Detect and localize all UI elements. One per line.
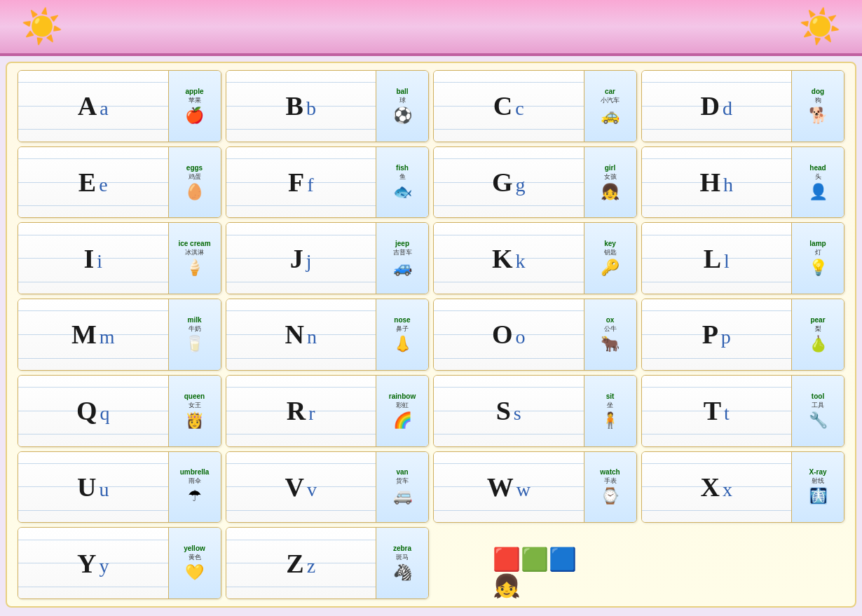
letter-pair: G g [492, 169, 526, 196]
letter-lower-g: g [516, 175, 526, 195]
letter-lower-s: s [514, 404, 521, 423]
word-box-i: ice cream 冰淇淋 🍦 [168, 223, 221, 294]
word-chinese-c: 小汽车 [601, 97, 620, 105]
letter-card-c: C c car 小汽车 🚕 [433, 70, 637, 142]
word-text-c: car [605, 88, 615, 96]
line [226, 235, 376, 235]
word-emoji-v: 🚐 [393, 487, 412, 505]
word-box-d: dog 狗 🐕 [791, 71, 844, 142]
word-text-y: yellow [184, 545, 205, 553]
line [18, 235, 168, 235]
letter-pair: X x [701, 474, 732, 500]
word-text-t: tool [812, 392, 824, 401]
line [18, 205, 168, 206]
letter-upper-z: Z [286, 550, 303, 577]
word-chinese-z: 斑马 [396, 554, 409, 562]
word-text-x: X-ray [809, 468, 826, 477]
word-emoji-n: 👃 [393, 335, 412, 353]
word-text-s: sit [606, 392, 615, 401]
word-box-u: umbrella 雨伞 ☂ [168, 452, 221, 523]
letter-upper-b: B [286, 93, 303, 119]
letter-lower-v: v [307, 480, 317, 500]
word-box-m: milk 牛奶 🥛 [168, 299, 221, 370]
word-chinese-d: 狗 [815, 97, 821, 105]
word-box-e: eggs 鸡蛋 🥚 [168, 147, 221, 218]
letter-lower-w: w [516, 480, 531, 500]
line [642, 358, 792, 359]
word-text-v: van [396, 468, 408, 477]
word-chinese-m: 牛奶 [189, 325, 201, 334]
line [434, 387, 584, 388]
letter-pair: Q q [76, 397, 110, 424]
line [642, 387, 792, 388]
word-chinese-r: 彩虹 [396, 402, 409, 410]
word-text-d: dog [812, 88, 824, 96]
word-emoji-r: 🌈 [393, 411, 412, 430]
word-text-k: key [604, 240, 616, 248]
word-box-h: head 头 👤 [791, 147, 844, 218]
line [434, 463, 584, 464]
word-chinese-x: 射线 [812, 477, 824, 486]
word-chinese-a: 苹果 [189, 97, 201, 105]
letter-lower-p: p [721, 327, 731, 347]
letter-upper-v: V [285, 474, 304, 500]
word-emoji-p: 🍐 [809, 335, 828, 353]
word-chinese-v: 货车 [396, 477, 409, 486]
line [642, 463, 792, 464]
letter-lower-t: t [724, 404, 730, 423]
word-chinese-n: 鼻子 [396, 325, 409, 334]
letter-card-i: I i ice cream 冰淇淋 🍦 [18, 222, 221, 294]
word-box-a: apple 苹果 🍎 [168, 71, 221, 142]
word-box-r: rainbow 彩虹 🌈 [376, 376, 428, 446]
word-text-f: fish [396, 164, 409, 172]
word-emoji-z: 🦓 [393, 563, 412, 582]
line [642, 158, 792, 159]
letter-lower-f: f [307, 175, 313, 195]
word-text-e: eggs [186, 164, 203, 172]
letter-pair: B b [286, 93, 316, 119]
letter-card-d: D d dog 狗 🐕 [641, 70, 845, 142]
line [434, 235, 584, 235]
line [434, 510, 584, 511]
line [642, 129, 792, 130]
word-text-j: jeep [395, 240, 409, 248]
line [226, 510, 376, 511]
word-box-f: fish 鱼 🐟 [376, 147, 428, 218]
line [226, 358, 376, 359]
letter-pair: J j [290, 245, 312, 272]
line [642, 205, 792, 206]
line [18, 310, 168, 311]
letter-card-t: T t tool 工具 🔧 [641, 375, 845, 447]
letter-upper-e: E [78, 169, 96, 196]
word-chinese-h: 头 [815, 173, 821, 182]
line [434, 310, 584, 311]
letter-upper-i: I [83, 245, 94, 272]
word-emoji-t: 🔧 [809, 411, 828, 430]
line [18, 587, 168, 587]
alphabet-grid: A a apple 苹果 🍎 B b ball 球 ⚽ [18, 70, 844, 599]
letter-lower-l: l [724, 252, 730, 271]
letter-card-j: J j jeep 吉普车 🚙 [226, 222, 430, 294]
letter-upper-m: M [71, 321, 97, 348]
word-box-c: car 小汽车 🚕 [584, 71, 636, 142]
line [642, 434, 792, 434]
letter-pair: D d [701, 93, 732, 119]
letter-box-o: O o [434, 299, 584, 370]
letter-lower-m: m [100, 327, 115, 347]
line [18, 82, 168, 83]
word-box-v: van 货车 🚐 [376, 452, 428, 523]
letter-card-w: W w watch 手表 ⌚ [433, 451, 637, 523]
word-emoji-d: 🐕 [809, 107, 828, 125]
letter-card-g: G g girl 女孩 👧 [433, 146, 637, 219]
letter-pair: E e [78, 169, 108, 196]
letter-upper-n: N [285, 321, 304, 348]
letter-pair: U u [77, 474, 109, 500]
letter-upper-u: U [77, 474, 96, 500]
word-text-n: nose [394, 316, 410, 324]
word-text-o: ox [606, 316, 615, 324]
letter-upper-q: Q [76, 397, 97, 424]
letter-upper-f: F [288, 169, 304, 196]
letter-upper-w: W [487, 474, 514, 500]
line [226, 310, 376, 311]
letter-pair: S s [496, 397, 521, 424]
